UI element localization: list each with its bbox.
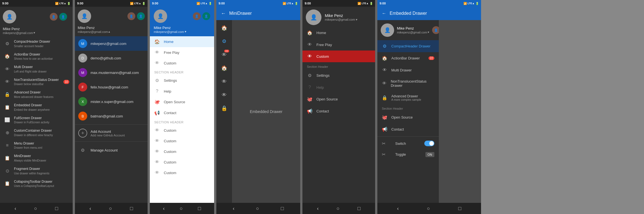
menu-button-5[interactable]: □ <box>353 205 365 213</box>
home-button-6[interactable]: ○ <box>423 205 435 213</box>
chevron-down-icon-1[interactable]: ▾ <box>34 31 35 35</box>
account-item[interactable]: X mister.x.super@gmail.com <box>75 94 148 109</box>
separator-5 <box>375 0 377 214</box>
account-item[interactable]: M max.mustermann@gmail.com <box>75 65 148 80</box>
p6-nav-opensource[interactable]: 🐙 Open Source <box>377 111 439 123</box>
p6-nav-advanced[interactable]: 🔒 Advanced Drawer A more complex sample <box>377 91 439 105</box>
back-button-2[interactable]: ‹ <box>85 205 96 213</box>
nav-item-custom6[interactable]: 👁 Custom <box>150 167 214 178</box>
embedded-main-area <box>439 20 481 203</box>
help-icon: ? <box>307 85 312 90</box>
panel-mini-drawer: 9:00 📶 LTE▲ 🔋 ← MiniDrawer 🏠 ⚙ 👁 22 🏠 👁 … <box>216 0 300 214</box>
p6-nav-compact[interactable]: ⚙ CompactHeader Drawer <box>377 40 439 52</box>
p5-nav-custom[interactable]: 👁 Custom <box>302 51 375 62</box>
avatar-alt-2[interactable]: 👤 <box>59 13 67 21</box>
mini-rail-home[interactable]: 🏠 <box>219 22 230 33</box>
mini-rail-eye3[interactable]: 👁 <box>219 89 230 100</box>
p5-nav-settings[interactable]: ⚙ Settings <box>302 69 375 81</box>
home-icon: 🏠 <box>382 56 387 61</box>
drawer-avatar-6a[interactable]: 👤 <box>432 26 439 34</box>
list-item[interactable]: 📋 Embedded DrawerEmbed the drawer anywhe… <box>0 101 73 114</box>
list-item[interactable]: 👁 Multi DrawerLeft and Right side drawer <box>0 63 73 76</box>
back-button-6[interactable]: ‹ <box>393 205 403 213</box>
embedded-drawer-panel: 👤 Mike Penz mikepenz@gmail.com ▾ 👤 👤 ⚙ C… <box>377 20 439 203</box>
p5-nav-contact[interactable]: 📢 Contact <box>302 105 375 117</box>
list-item[interactable]: 🏠 ActionBar DrawerShows how to use an ac… <box>0 50 73 63</box>
nav-item-custom[interactable]: 👁 Custom <box>150 58 214 68</box>
home-button-5[interactable]: ○ <box>332 205 344 213</box>
list-item[interactable]: 📋 CollapsingToolbar DrawerUses a Collaps… <box>0 177 73 190</box>
section-header-5: Section Header <box>302 62 375 69</box>
avatar-3a[interactable]: 👤 <box>193 12 201 20</box>
p5-nav-opensource[interactable]: 🐙 Open Source <box>302 93 375 105</box>
divider <box>75 124 148 125</box>
nav-item-freeplay[interactable]: 👁 Free Play <box>150 47 214 58</box>
manage-account-button[interactable]: ⚙ Manage Account <box>75 143 148 157</box>
menu-button-1[interactable]: □ <box>51 205 63 213</box>
mini-rail-lock[interactable]: 🔒 <box>219 103 230 114</box>
nav-item-custom3[interactable]: 👁 Custom <box>150 136 214 146</box>
list-item[interactable]: 👁 NonTranslucentStatus DrawerDrawer belo… <box>0 76 73 88</box>
p6-nav-nontrans[interactable]: 👁 NonTranslucentStatus Drawer <box>377 76 439 91</box>
avatar-2a[interactable]: 👤 <box>127 12 135 20</box>
nav-item-opensource[interactable]: 🐙 Open Source <box>150 97 214 107</box>
nav-item-contact[interactable]: 📢 Contact <box>150 107 214 118</box>
account-item[interactable]: F felix.house@gmail.com <box>75 80 148 94</box>
back-button-3[interactable]: ‹ <box>158 205 169 213</box>
list-item[interactable]: ⚙ CompactHeader DrawerSmaller account he… <box>0 37 73 50</box>
list-item[interactable]: ⊕ CustomContainer DrawerDrawer in differ… <box>0 126 73 139</box>
avatar-alt-1[interactable]: 👤 <box>50 13 58 21</box>
p6-nav-switch[interactable]: ✂ Switch <box>377 138 439 149</box>
back-arrow-icon-4[interactable]: ← <box>221 11 226 16</box>
nav-item-custom2[interactable]: 👁 Custom <box>150 125 214 136</box>
add-account-button[interactable]: + Add Account Add new GitHub Account <box>75 126 148 140</box>
status-bar-4: 9:00 📶 LTE▲ 🔋 <box>216 0 300 7</box>
nav-item-help[interactable]: ? Help <box>150 86 214 97</box>
menu-button-2[interactable]: □ <box>126 205 138 213</box>
user-name-2: Mike Penz <box>78 26 145 30</box>
chevron-up-icon[interactable]: ▴ <box>108 30 110 33</box>
list-item[interactable]: 📋 MiniDrawerAlways visible MiniDrawer <box>0 152 73 165</box>
back-arrow-icon-6[interactable]: ← <box>382 11 386 16</box>
chevron-down-icon-6[interactable]: ▾ <box>428 30 429 34</box>
mini-rail-home2[interactable]: 🏠 <box>219 62 230 74</box>
mini-rail-settings[interactable]: ⚙ <box>219 36 230 47</box>
list-item[interactable]: 🔒 Advanced DrawerMore advanced drawer fe… <box>0 88 73 101</box>
menu-button-6[interactable]: □ <box>454 205 466 213</box>
chevron-down-icon-5[interactable]: ▾ <box>356 18 357 21</box>
account-item[interactable]: D demo@github.com <box>75 51 148 65</box>
home-button-2[interactable]: ○ <box>105 205 117 213</box>
home-button-1[interactable]: ○ <box>30 205 42 213</box>
avatar-2b[interactable]: 👤 <box>137 12 145 20</box>
switch-icon: ✂ <box>382 141 387 146</box>
p5-nav-home[interactable]: 🏠 Home <box>302 27 375 39</box>
p5-nav-freeplay[interactable]: 👁 Free Play <box>302 39 375 51</box>
home-button-4[interactable]: ○ <box>252 205 264 213</box>
p6-nav-actionbar[interactable]: 🏠 ActionBar Drawer 22 <box>377 52 439 64</box>
nav-item-custom5[interactable]: 👁 Custom <box>150 157 214 167</box>
list-item[interactable]: ⬜ FullScreen DrawerDrawer in FullScreen … <box>0 114 73 127</box>
list-item[interactable]: ≡ Menu DrawerDrawer from menu.xml <box>0 139 73 152</box>
menu-button-4[interactable]: □ <box>276 205 288 213</box>
nav-item-custom4[interactable]: 👁 Custom <box>150 146 214 157</box>
eye-icon: 👁 <box>154 160 160 165</box>
back-button-4[interactable]: ‹ <box>228 205 239 213</box>
plus-icon: + <box>78 129 87 138</box>
switch-toggle[interactable] <box>424 141 434 146</box>
account-item[interactable]: B batman@gmail.com <box>75 109 148 123</box>
avatar-3b[interactable]: 👤 <box>202 12 210 20</box>
back-button-1[interactable]: ‹ <box>10 205 21 213</box>
menu-button-3[interactable]: □ <box>193 205 205 213</box>
p6-nav-contact[interactable]: 📢 Contact <box>377 123 439 135</box>
mini-rail-eye2[interactable]: 👁 <box>219 76 230 87</box>
home-button-3[interactable]: ○ <box>175 205 187 213</box>
p6-nav-toggle[interactable]: ✂ Toggle ON <box>377 149 439 160</box>
nav-item-home[interactable]: 🏠 Home <box>150 36 214 47</box>
p6-nav-multi[interactable]: 👁 Multi Drawer <box>377 64 439 76</box>
list-item[interactable]: ⊙ Fragment DrawerUse drawer within fragm… <box>0 165 73 177</box>
nav-item-settings[interactable]: ⚙ Settings <box>150 75 214 86</box>
account-item[interactable]: M mikepenz@gmail.com <box>75 36 148 51</box>
back-button-5[interactable]: ‹ <box>312 205 323 213</box>
chevron-down-icon-3[interactable]: ▾ <box>185 30 186 33</box>
mini-rail-eye[interactable]: 👁 22 <box>219 49 230 60</box>
